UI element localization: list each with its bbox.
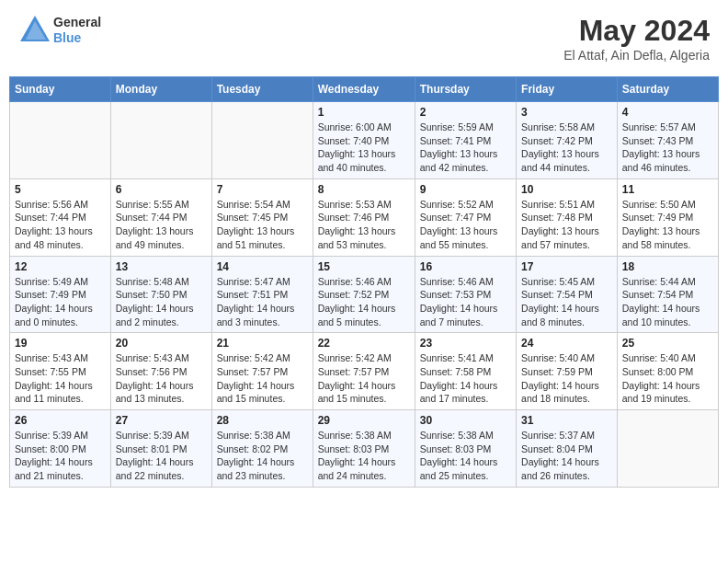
calendar-cell: 19Sunrise: 5:43 AM Sunset: 7:55 PM Dayli…	[10, 333, 111, 410]
weekday-monday: Monday	[110, 77, 211, 102]
week-row-4: 19Sunrise: 5:43 AM Sunset: 7:55 PM Dayli…	[10, 333, 719, 410]
week-row-1: 1Sunrise: 6:00 AM Sunset: 7:40 PM Daylig…	[10, 102, 719, 179]
calendar-cell: 29Sunrise: 5:38 AM Sunset: 8:03 PM Dayli…	[313, 410, 415, 488]
weekday-wednesday: Wednesday	[313, 77, 415, 102]
logo-icon	[18, 14, 51, 47]
day-info: Sunrise: 5:43 AM Sunset: 7:56 PM Dayligh…	[116, 351, 207, 406]
day-number: 4	[622, 106, 713, 119]
calendar-cell	[211, 102, 313, 179]
calendar-cell: 31Sunrise: 5:37 AM Sunset: 8:04 PM Dayli…	[517, 410, 618, 488]
day-info: Sunrise: 5:59 AM Sunset: 7:41 PM Dayligh…	[420, 121, 511, 175]
calendar-cell: 7Sunrise: 5:54 AM Sunset: 7:45 PM Daylig…	[211, 178, 313, 256]
calendar-cell: 14Sunrise: 5:47 AM Sunset: 7:51 PM Dayli…	[211, 256, 313, 333]
day-info: Sunrise: 5:48 AM Sunset: 7:50 PM Dayligh…	[116, 275, 207, 329]
day-number: 3	[521, 106, 612, 119]
calendar-cell: 6Sunrise: 5:55 AM Sunset: 7:44 PM Daylig…	[110, 178, 211, 256]
calendar-cell: 16Sunrise: 5:46 AM Sunset: 7:53 PM Dayli…	[415, 256, 516, 333]
calendar-cell: 25Sunrise: 5:40 AM Sunset: 8:00 PM Dayli…	[617, 333, 718, 410]
day-info: Sunrise: 5:41 AM Sunset: 7:58 PM Dayligh…	[420, 351, 511, 406]
day-info: Sunrise: 5:42 AM Sunset: 7:57 PM Dayligh…	[318, 351, 410, 406]
day-info: Sunrise: 5:44 AM Sunset: 7:54 PM Dayligh…	[622, 275, 713, 329]
day-number: 17	[521, 260, 612, 273]
title-block: May 2024 El Attaf, Ain Defla, Algeria	[563, 14, 710, 63]
day-number: 9	[420, 183, 511, 196]
day-info: Sunrise: 5:46 AM Sunset: 7:52 PM Dayligh…	[318, 275, 410, 329]
logo-text: General Blue	[53, 15, 101, 46]
calendar-cell: 22Sunrise: 5:42 AM Sunset: 7:57 PM Dayli…	[313, 333, 415, 410]
day-info: Sunrise: 5:51 AM Sunset: 7:48 PM Dayligh…	[521, 198, 612, 252]
calendar-cell: 28Sunrise: 5:38 AM Sunset: 8:02 PM Dayli…	[211, 410, 313, 488]
day-number: 26	[15, 414, 106, 427]
day-info: Sunrise: 5:47 AM Sunset: 7:51 PM Dayligh…	[217, 275, 308, 329]
page-header: General Blue May 2024 El Attaf, Ain Defl…	[9, 9, 719, 67]
day-number: 30	[420, 414, 511, 427]
day-number: 7	[217, 183, 308, 196]
weekday-sunday: Sunday	[10, 77, 111, 102]
calendar-cell: 5Sunrise: 5:56 AM Sunset: 7:44 PM Daylig…	[10, 178, 111, 256]
day-number: 12	[15, 260, 106, 273]
calendar-cell: 8Sunrise: 5:53 AM Sunset: 7:46 PM Daylig…	[313, 178, 415, 256]
calendar-cell: 30Sunrise: 5:38 AM Sunset: 8:03 PM Dayli…	[415, 410, 516, 488]
calendar-cell: 13Sunrise: 5:48 AM Sunset: 7:50 PM Dayli…	[110, 256, 211, 333]
day-info: Sunrise: 5:43 AM Sunset: 7:55 PM Dayligh…	[15, 351, 106, 406]
day-info: Sunrise: 5:39 AM Sunset: 8:01 PM Dayligh…	[116, 429, 207, 483]
day-number: 28	[217, 414, 308, 427]
day-number: 2	[420, 106, 511, 119]
day-number: 6	[116, 183, 207, 196]
day-number: 5	[15, 183, 106, 196]
calendar-cell: 15Sunrise: 5:46 AM Sunset: 7:52 PM Dayli…	[313, 256, 415, 333]
calendar-body: 1Sunrise: 6:00 AM Sunset: 7:40 PM Daylig…	[10, 102, 719, 488]
calendar-cell: 10Sunrise: 5:51 AM Sunset: 7:48 PM Dayli…	[517, 178, 618, 256]
day-info: Sunrise: 5:42 AM Sunset: 7:57 PM Dayligh…	[217, 351, 308, 406]
day-info: Sunrise: 5:46 AM Sunset: 7:53 PM Dayligh…	[420, 275, 511, 329]
day-number: 8	[318, 183, 410, 196]
day-number: 11	[622, 183, 713, 196]
day-info: Sunrise: 5:38 AM Sunset: 8:03 PM Dayligh…	[420, 429, 511, 483]
calendar-cell: 12Sunrise: 5:49 AM Sunset: 7:49 PM Dayli…	[10, 256, 111, 333]
day-number: 31	[521, 414, 612, 427]
calendar-cell: 17Sunrise: 5:45 AM Sunset: 7:54 PM Dayli…	[517, 256, 618, 333]
week-row-3: 12Sunrise: 5:49 AM Sunset: 7:49 PM Dayli…	[10, 256, 719, 333]
day-number: 19	[15, 337, 106, 350]
location-title: El Attaf, Ain Defla, Algeria	[563, 48, 710, 63]
calendar-cell: 18Sunrise: 5:44 AM Sunset: 7:54 PM Dayli…	[617, 256, 718, 333]
calendar-cell	[110, 102, 211, 179]
calendar-cell: 1Sunrise: 6:00 AM Sunset: 7:40 PM Daylig…	[313, 102, 415, 179]
day-number: 16	[420, 260, 511, 273]
day-number: 24	[521, 337, 612, 350]
calendar-cell: 23Sunrise: 5:41 AM Sunset: 7:58 PM Dayli…	[415, 333, 516, 410]
month-title: May 2024	[563, 14, 710, 48]
day-info: Sunrise: 5:58 AM Sunset: 7:42 PM Dayligh…	[521, 121, 612, 175]
logo: General Blue	[18, 14, 101, 47]
day-info: Sunrise: 5:52 AM Sunset: 7:47 PM Dayligh…	[420, 198, 511, 252]
day-info: Sunrise: 5:50 AM Sunset: 7:49 PM Dayligh…	[622, 198, 713, 252]
weekday-friday: Friday	[517, 77, 618, 102]
calendar-cell: 2Sunrise: 5:59 AM Sunset: 7:41 PM Daylig…	[415, 102, 516, 179]
day-number: 15	[318, 260, 410, 273]
calendar-cell	[10, 102, 111, 179]
day-number: 13	[116, 260, 207, 273]
day-number: 27	[116, 414, 207, 427]
weekday-row: SundayMondayTuesdayWednesdayThursdayFrid…	[10, 77, 719, 102]
weekday-saturday: Saturday	[617, 77, 718, 102]
calendar-cell: 20Sunrise: 5:43 AM Sunset: 7:56 PM Dayli…	[110, 333, 211, 410]
calendar-cell	[617, 410, 718, 488]
calendar-cell: 4Sunrise: 5:57 AM Sunset: 7:43 PM Daylig…	[617, 102, 718, 179]
calendar-header: SundayMondayTuesdayWednesdayThursdayFrid…	[10, 77, 719, 102]
day-info: Sunrise: 6:00 AM Sunset: 7:40 PM Dayligh…	[318, 121, 410, 175]
day-info: Sunrise: 5:56 AM Sunset: 7:44 PM Dayligh…	[15, 198, 106, 252]
day-number: 25	[622, 337, 713, 350]
day-number: 18	[622, 260, 713, 273]
day-info: Sunrise: 5:55 AM Sunset: 7:44 PM Dayligh…	[116, 198, 207, 252]
day-number: 22	[318, 337, 410, 350]
calendar-cell: 21Sunrise: 5:42 AM Sunset: 7:57 PM Dayli…	[211, 333, 313, 410]
day-number: 23	[420, 337, 511, 350]
day-info: Sunrise: 5:40 AM Sunset: 8:00 PM Dayligh…	[622, 351, 713, 406]
week-row-2: 5Sunrise: 5:56 AM Sunset: 7:44 PM Daylig…	[10, 178, 719, 256]
day-info: Sunrise: 5:53 AM Sunset: 7:46 PM Dayligh…	[318, 198, 410, 252]
day-info: Sunrise: 5:57 AM Sunset: 7:43 PM Dayligh…	[622, 121, 713, 175]
calendar-cell: 3Sunrise: 5:58 AM Sunset: 7:42 PM Daylig…	[517, 102, 618, 179]
week-row-5: 26Sunrise: 5:39 AM Sunset: 8:00 PM Dayli…	[10, 410, 719, 488]
day-number: 21	[217, 337, 308, 350]
calendar-cell: 27Sunrise: 5:39 AM Sunset: 8:01 PM Dayli…	[110, 410, 211, 488]
